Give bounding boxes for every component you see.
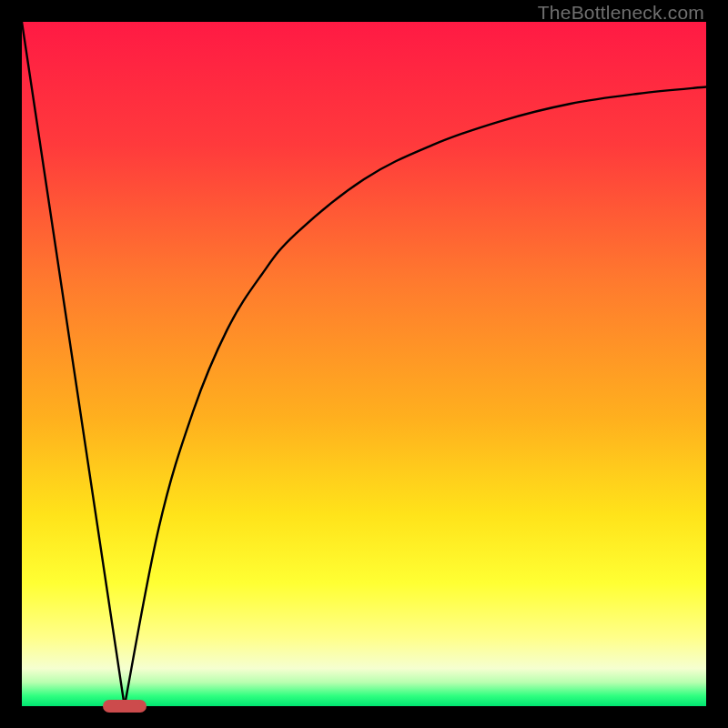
bottleneck-curve	[22, 22, 706, 706]
plot-area	[22, 22, 706, 706]
chart-container: TheBottleneck.com	[0, 0, 728, 728]
curve-layer	[22, 22, 706, 706]
optimal-zone-marker	[103, 700, 147, 713]
watermark-text: TheBottleneck.com	[538, 2, 704, 24]
